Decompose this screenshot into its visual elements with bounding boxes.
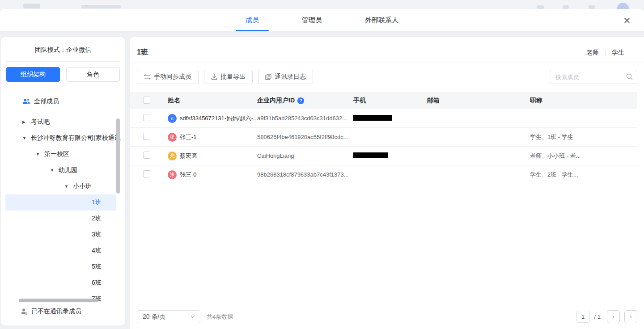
row-checkbox[interactable] [143,133,150,140]
tree-item-class-4[interactable]: 4班 [5,243,116,259]
row-checkbox[interactable] [143,170,150,177]
modal-header: 成员 管理员 外部联系人 ✕ [0,9,644,32]
backdrop-logo [23,4,40,8]
removed-member-icon [21,308,28,315]
table-row[interactable]: 张 张三-0 98b268318cf879633ab7c43f1373... 学… [130,165,637,184]
sidebar-item-label: 已不在通讯录成员 [31,308,81,316]
tree-item-class-5[interactable]: 5班 [5,259,116,275]
tree-item-class-2[interactable]: 2班 [5,211,116,227]
vertical-scrollbar[interactable] [116,118,120,194]
sidebar-item-not-in-contacts[interactable]: 已不在通讯录成员 [21,308,81,316]
help-icon[interactable]: ? [297,97,304,104]
redacted-phone [353,152,388,158]
horizontal-scrollbar[interactable] [19,299,98,302]
member-title: 学生、1班 - 学生 [530,133,637,141]
org-tree: 全部成员 ▶ 考试吧 ▼ 长沙冲呀教育有限公司(家校通讯 ▼ 第一校区 [1,93,125,307]
prev-page-button[interactable]: ‹ [607,310,620,323]
member-name: 蔡宏亮 [180,152,197,160]
backdrop-nav-text [81,5,121,8]
close-button[interactable]: ✕ [618,9,636,32]
tree-item-label: 小小班 [73,182,92,190]
avatar: 亮 [168,152,177,160]
avatar: 张 [168,133,177,142]
member-user-id: 580625f4be461920ac55f2ff98cdc... [257,134,353,140]
tree-item-campus[interactable]: ▼ 第一校区 [1,146,125,162]
pagination: 20 条/页 共4条数据 / 1 ‹ › [130,310,644,329]
table-header-row: 姓名 企业内用户ID ? 手机 邮箱 职称 [130,92,637,109]
chevron-left-icon: ‹ [612,313,614,320]
tree-item-class-1[interactable]: 1班 [5,194,116,211]
search-icon[interactable] [626,73,633,80]
member-name: 张三-0 [180,171,197,179]
member-name: sdfsf3345672131-妈妈/赵六-... [180,114,257,122]
pager: / 1 ‹ › [576,310,637,323]
org-structure-button[interactable]: 组织架构 [6,67,60,82]
tree-item-small-class[interactable]: ▼ 小小班 [1,178,125,194]
backdrop-icon [589,5,595,9]
member-name: 张三-1 [180,133,197,141]
batch-export-button[interactable]: 批量导出 [204,70,253,84]
chevron-down-icon [190,314,195,319]
member-user-id: 98b268318cf879633ab7c43f1373... [257,171,353,178]
current-page-input[interactable] [576,311,590,323]
role-button[interactable]: 角色 [66,67,120,82]
tab-admins[interactable]: 管理员 [292,9,332,31]
tree-item-exam[interactable]: ▶ 考试吧 [1,114,125,130]
spacer [130,184,644,310]
tree-item-kindergarten[interactable]: ▼ 幼儿园 [1,162,125,178]
tab-external-contacts[interactable]: 外部联系人 [355,9,408,31]
tree-item-label: 考试吧 [31,118,50,126]
sidebar: 团队模式：企业微信 组织架构 角色 全部成员 [1,37,125,325]
caret-down-icon[interactable]: ▼ [50,168,59,173]
caret-right-icon[interactable]: ▶ [22,120,31,124]
close-icon: ✕ [623,16,631,25]
table-row[interactable]: 张 张三-1 580625f4be461920ac55f2ff98cdc... … [130,128,637,147]
modal-body: 团队模式：企业微信 组织架构 角色 全部成员 [0,32,644,329]
tab-members[interactable]: 成员 [236,9,269,31]
manual-sync-button[interactable]: 手动同步成员 [137,70,199,84]
tree-item-class-6[interactable]: 6班 [5,275,116,291]
caret-down-icon[interactable]: ▼ [64,184,73,189]
backdrop-icon [563,5,569,9]
button-label: 批量导出 [220,73,246,81]
col-header-name: 姓名 [168,97,257,105]
button-label: 手动同步成员 [154,73,191,81]
member-user-id: CaiHongLiang [257,152,353,159]
caret-down-icon[interactable]: ▼ [22,136,31,140]
col-header-email: 邮箱 [427,97,530,105]
tree-item-class-3[interactable]: 3班 [5,227,116,243]
tab-bar: 成员 管理员 外部联系人 [224,9,420,31]
col-header-phone: 手机 [353,97,427,105]
redacted-phone [353,115,392,121]
panel-head: 1班 老师 学生 [130,37,644,63]
tree-item-company[interactable]: ▼ 长沙冲呀教育有限公司(家校通讯 [1,130,125,146]
next-page-button[interactable]: › [624,310,637,323]
filter-teacher[interactable]: 老师 [586,49,599,57]
filter-student[interactable]: 学生 [612,49,624,57]
page-size-value: 20 条/页 [143,313,165,321]
select-all-checkbox[interactable] [143,97,150,104]
contacts-log-button[interactable]: 通讯录日志 [258,70,313,84]
total-count-label: 共4条数据 [207,313,233,321]
tree-item-all-members[interactable]: 全部成员 [1,93,125,110]
backdrop-icon [537,5,544,9]
table-row[interactable]: s sdfsf3345672131-妈妈/赵六-... a9f31b5ad285… [130,109,637,128]
member-search [550,70,637,84]
button-label: 通讯录日志 [275,73,306,81]
download-icon [211,74,217,80]
row-checkbox[interactable] [143,152,150,159]
col-header-user-id: 企业内用户ID [257,97,295,105]
screen: 成员 管理员 外部联系人 ✕ 团队模式：企业微信 组织架构 角色 [0,0,644,329]
table-row[interactable]: 亮 蔡宏亮 CaiHongLiang 老师、小小班 - 老... [130,147,637,165]
tree-item-label: 幼儿园 [59,166,77,174]
main-panel: 1班 老师 学生 手动同步成员 [130,37,644,329]
page-title: 1班 [137,48,148,57]
caret-down-icon[interactable]: ▼ [36,152,44,156]
page-total-label: / 1 [594,313,601,320]
search-input[interactable] [550,70,637,84]
background-page [0,0,644,9]
member-user-id: a9f31b5ad285243cd63c31dd632... [257,115,353,122]
page-size-select[interactable]: 20 条/页 [137,310,200,323]
sidebar-mode-switch: 组织架构 角色 [1,62,125,87]
row-checkbox[interactable] [143,114,150,121]
